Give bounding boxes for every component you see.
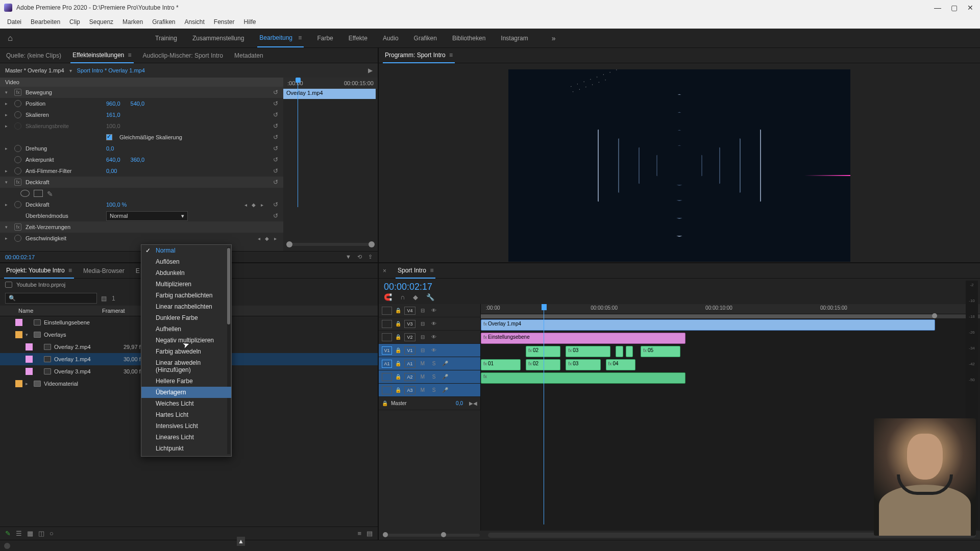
reset-icon[interactable]: ↺ — [273, 156, 278, 163]
stopwatch-icon[interactable] — [14, 145, 21, 152]
timeline-work-area[interactable] — [481, 314, 980, 318]
audio-track-header[interactable]: A1 🔒 A1 M S 🎤 — [379, 357, 480, 370]
timeline-ruler[interactable]: :00:0000:00:05:0000:00:10:0000:00:15:00 — [481, 304, 980, 314]
workspace-graphics[interactable]: Grafiken — [412, 30, 439, 47]
workspace-libraries[interactable]: Bibliotheken — [450, 30, 487, 47]
blend-option-colorburn[interactable]: Farbig nachbelichten — [141, 290, 231, 301]
timeline-clip[interactable] — [616, 346, 623, 357]
track-target[interactable]: A2 — [404, 373, 415, 381]
lock-icon[interactable]: 🔒 — [395, 387, 401, 393]
blend-option-lightercolor[interactable]: Hellere Farbe — [141, 375, 231, 387]
sync-lock-icon[interactable]: ⊟ — [419, 321, 427, 327]
freeform-view-icon[interactable]: ◫ — [38, 530, 44, 537]
home-icon[interactable]: ⌂ — [0, 34, 20, 43]
add-marker-icon[interactable]: ◆ — [413, 293, 418, 301]
program-monitor[interactable]: · · · · · · · ·· · · · · · — [508, 69, 850, 262]
anchor-y[interactable]: 360,0 — [131, 157, 145, 163]
filter-bin-icon[interactable]: ▤ — [101, 295, 107, 302]
timeline-clip[interactable]: fx03 — [566, 359, 600, 370]
source-patch[interactable] — [382, 333, 392, 341]
ec-motion-group[interactable]: ▾fx Bewegung ↺ — [0, 87, 283, 98]
sync-lock-icon[interactable]: ⊟ — [419, 334, 427, 340]
blend-option-hardlight[interactable]: Hartes Licht — [141, 409, 231, 420]
panel-menu-icon[interactable]: ≡ — [428, 267, 433, 274]
ec-master-clip[interactable]: Master * Overlay 1.mp4 — [5, 67, 64, 73]
panel-menu-icon[interactable]: ≡ — [448, 52, 453, 59]
blend-option-hardmix[interactable]: Harter Mix — [141, 454, 231, 457]
lock-icon[interactable]: 🔒 — [382, 400, 388, 406]
scale-value[interactable]: 161,0 — [106, 112, 120, 118]
prev-keyframe-icon[interactable]: ◂ — [242, 202, 249, 208]
fx-badge-icon[interactable]: fx — [568, 348, 572, 353]
workspace-menu-icon[interactable]: ≡ — [297, 34, 302, 41]
timeline-clip[interactable]: fxOverlay 1.mp4 — [481, 319, 935, 331]
mute-icon[interactable]: M — [419, 387, 427, 393]
fx-badge-icon[interactable]: fx — [528, 361, 532, 366]
blend-option-vividlight[interactable]: Intensives Licht — [141, 420, 231, 432]
timeline-clip[interactable] — [626, 346, 633, 357]
tab-program[interactable]: Programm: Sport Intro ≡ — [383, 48, 455, 63]
label-swatch[interactable] — [26, 356, 33, 363]
track-target[interactable]: V1 — [404, 346, 415, 355]
label-swatch[interactable] — [26, 343, 33, 350]
lock-icon[interactable]: 🔒 — [395, 321, 401, 327]
label-swatch[interactable] — [15, 380, 22, 387]
position-y[interactable]: 540,0 — [131, 101, 145, 107]
tab-audio-mixer[interactable]: Audioclip-Mischer: Sport Intro — [141, 48, 225, 63]
lock-icon[interactable]: 🔒 — [395, 374, 401, 380]
fx-badge-icon[interactable]: fx — [483, 374, 487, 379]
track-target[interactable]: V3 — [404, 320, 415, 328]
lock-icon[interactable]: 🔒 — [395, 334, 401, 340]
stopwatch-icon[interactable] — [14, 235, 21, 242]
reset-icon[interactable]: ↺ — [273, 179, 278, 186]
export-icon[interactable]: ⇪ — [368, 254, 373, 260]
mask-ellipse-icon[interactable] — [20, 190, 30, 197]
blend-option-dissolve[interactable]: Auflösen — [141, 256, 231, 267]
workspace-editing[interactable]: Bearbeitung ≡ — [257, 29, 304, 47]
timeline-clip[interactable]: fx04 — [606, 359, 636, 370]
linked-selection-icon[interactable]: ∩ — [400, 293, 405, 301]
solo-icon[interactable]: S — [430, 374, 438, 380]
panel-menu-icon[interactable]: ≡ — [67, 267, 72, 274]
label-swatch[interactable] — [15, 331, 22, 338]
workspace-training[interactable]: Training — [153, 30, 179, 47]
reset-icon[interactable]: ↺ — [273, 167, 278, 174]
panel-menu-icon[interactable]: ≡ — [126, 52, 131, 59]
workspace-assembly[interactable]: Zusammenstellung — [190, 30, 246, 47]
ec-opacity-group[interactable]: ▾fx Deckkraft ↺ — [0, 177, 283, 188]
tab-source[interactable]: Quelle: (keine Clips) — [4, 48, 63, 63]
tab-project[interactable]: Projekt: Youtube Intro ≡ — [4, 263, 74, 279]
track-target[interactable]: V2 — [404, 333, 415, 341]
mute-icon[interactable]: M — [419, 361, 427, 366]
audio-track-header[interactable]: 🔒 A2 M S 🎤 — [379, 370, 480, 384]
reset-icon[interactable]: ↺ — [273, 122, 278, 130]
tab-sequence[interactable]: Sport Intro ≡ — [396, 263, 435, 279]
add-keyframe-icon[interactable]: ◆ — [264, 236, 270, 241]
filter-icon[interactable]: ▼ — [346, 254, 351, 260]
next-keyframe-icon[interactable]: ▸ — [272, 236, 278, 241]
workspace-effects[interactable]: Effekte — [347, 30, 370, 47]
fx-badge-icon[interactable]: fx — [643, 348, 647, 353]
selection-tool-icon[interactable]: ▲ — [237, 537, 245, 546]
menu-hilfe[interactable]: Hilfe — [240, 17, 260, 27]
blend-option-lineardodge[interactable]: Linear abwedeln (Hinzufügen) — [141, 357, 231, 375]
stopwatch-icon[interactable] — [14, 100, 21, 107]
timeline-clip[interactable]: fx03 — [566, 346, 610, 357]
timeline-clip[interactable]: fx01 — [481, 359, 521, 370]
lock-icon[interactable]: 🔒 — [395, 347, 401, 353]
monitor-icon[interactable]: ▶◀ — [469, 400, 477, 406]
column-framerate[interactable]: Framerat — [102, 308, 125, 314]
prev-keyframe-icon[interactable]: ◂ — [256, 236, 262, 241]
reset-icon[interactable]: ↺ — [273, 212, 278, 219]
chevron-down-icon[interactable]: ▾ — [69, 68, 72, 73]
position-x[interactable]: 960,0 — [106, 101, 120, 107]
list-view-icon[interactable]: ☰ — [16, 530, 22, 537]
fx-badge-icon[interactable]: fx — [483, 335, 487, 340]
tab-media-browser[interactable]: Media-Browser — [81, 264, 127, 278]
toggle-track-output-icon[interactable]: 👁 — [430, 321, 438, 327]
reset-icon[interactable]: ↺ — [273, 89, 278, 96]
audio-track-header[interactable]: 🔒 A3 M S 🎤 — [379, 384, 480, 397]
sort-icon[interactable]: ≡ — [357, 530, 361, 537]
blend-option-lighten[interactable]: Aufhellen — [141, 323, 231, 335]
ec-timeremap-group[interactable]: ▾fx Zeit-Verzerrungen — [0, 221, 283, 233]
